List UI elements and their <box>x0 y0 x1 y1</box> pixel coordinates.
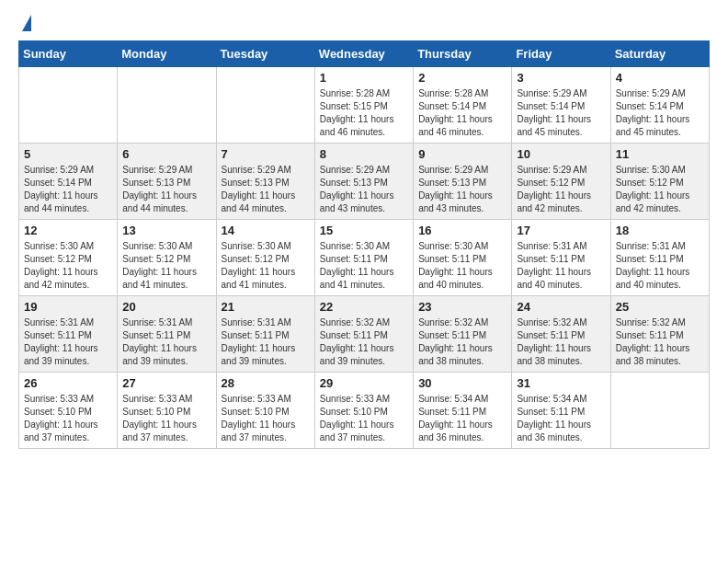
day-number: 29 <box>320 376 408 390</box>
cell-info: Sunrise: 5:32 AM Sunset: 5:11 PM Dayligh… <box>320 316 408 368</box>
calendar-cell: 27Sunrise: 5:33 AM Sunset: 5:10 PM Dayli… <box>118 373 216 449</box>
calendar-cell: 12Sunrise: 5:30 AM Sunset: 5:12 PM Dayli… <box>19 220 118 296</box>
calendar-cell: 11Sunrise: 5:30 AM Sunset: 5:12 PM Dayli… <box>610 144 709 220</box>
day-number: 17 <box>517 224 605 237</box>
cell-info: Sunrise: 5:33 AM Sunset: 5:10 PM Dayligh… <box>320 393 408 444</box>
calendar-week-row: 5Sunrise: 5:29 AM Sunset: 5:14 PM Daylig… <box>19 144 710 220</box>
day-number: 19 <box>24 300 112 314</box>
cell-info: Sunrise: 5:31 AM Sunset: 5:11 PM Dayligh… <box>122 316 210 368</box>
calendar-cell: 1Sunrise: 5:28 AM Sunset: 5:15 PM Daylig… <box>314 67 413 144</box>
calendar-cell: 20Sunrise: 5:31 AM Sunset: 5:11 PM Dayli… <box>118 296 216 373</box>
calendar-cell: 25Sunrise: 5:32 AM Sunset: 5:11 PM Dayli… <box>610 296 709 373</box>
calendar-cell: 26Sunrise: 5:33 AM Sunset: 5:10 PM Dayli… <box>19 373 118 449</box>
calendar-cell <box>118 67 216 144</box>
day-number: 3 <box>517 71 605 85</box>
calendar-cell: 4Sunrise: 5:29 AM Sunset: 5:14 PM Daylig… <box>610 67 709 144</box>
calendar-cell: 30Sunrise: 5:34 AM Sunset: 5:11 PM Dayli… <box>414 373 512 449</box>
day-of-week-header: Saturday <box>610 41 709 67</box>
cell-info: Sunrise: 5:29 AM Sunset: 5:13 PM Dayligh… <box>122 164 210 215</box>
calendar-cell: 19Sunrise: 5:31 AM Sunset: 5:11 PM Dayli… <box>19 296 118 373</box>
cell-info: Sunrise: 5:34 AM Sunset: 5:11 PM Dayligh… <box>517 393 605 444</box>
day-number: 15 <box>320 224 408 237</box>
cell-info: Sunrise: 5:31 AM Sunset: 5:11 PM Dayligh… <box>24 316 112 368</box>
calendar-cell: 24Sunrise: 5:32 AM Sunset: 5:11 PM Dayli… <box>512 296 610 373</box>
cell-info: Sunrise: 5:34 AM Sunset: 5:11 PM Dayligh… <box>418 393 506 444</box>
day-of-week-header: Sunday <box>19 41 118 67</box>
day-number: 22 <box>320 300 408 314</box>
day-number: 18 <box>616 224 704 237</box>
day-of-week-header: Tuesday <box>216 41 314 67</box>
calendar-cell: 21Sunrise: 5:31 AM Sunset: 5:11 PM Dayli… <box>216 296 314 373</box>
day-number: 14 <box>222 224 310 237</box>
calendar-cell: 31Sunrise: 5:34 AM Sunset: 5:11 PM Dayli… <box>512 373 610 449</box>
day-number: 20 <box>122 300 210 314</box>
cell-info: Sunrise: 5:30 AM Sunset: 5:12 PM Dayligh… <box>122 240 210 292</box>
cell-info: Sunrise: 5:33 AM Sunset: 5:10 PM Dayligh… <box>122 393 210 444</box>
calendar-cell: 9Sunrise: 5:29 AM Sunset: 5:13 PM Daylig… <box>414 144 512 220</box>
calendar-header-row: SundayMondayTuesdayWednesdayThursdayFrid… <box>19 41 710 67</box>
day-number: 10 <box>517 147 605 161</box>
logo <box>18 18 31 31</box>
calendar-week-row: 12Sunrise: 5:30 AM Sunset: 5:12 PM Dayli… <box>19 220 710 296</box>
calendar-cell <box>216 67 314 144</box>
day-number: 11 <box>616 147 704 161</box>
day-number: 25 <box>616 300 704 314</box>
calendar-cell: 13Sunrise: 5:30 AM Sunset: 5:12 PM Dayli… <box>118 220 216 296</box>
cell-info: Sunrise: 5:29 AM Sunset: 5:13 PM Dayligh… <box>222 164 310 215</box>
cell-info: Sunrise: 5:29 AM Sunset: 5:13 PM Dayligh… <box>418 164 506 215</box>
calendar-week-row: 26Sunrise: 5:33 AM Sunset: 5:10 PM Dayli… <box>19 373 710 449</box>
day-number: 4 <box>616 71 704 85</box>
calendar-cell: 3Sunrise: 5:29 AM Sunset: 5:14 PM Daylig… <box>512 67 610 144</box>
day-number: 16 <box>418 224 506 237</box>
cell-info: Sunrise: 5:30 AM Sunset: 5:12 PM Dayligh… <box>24 240 112 292</box>
day-number: 6 <box>122 147 210 161</box>
day-number: 5 <box>24 147 112 161</box>
calendar-cell: 10Sunrise: 5:29 AM Sunset: 5:12 PM Dayli… <box>512 144 610 220</box>
day-of-week-header: Wednesday <box>314 41 413 67</box>
page-header <box>18 18 710 31</box>
day-number: 9 <box>418 147 506 161</box>
calendar-cell: 18Sunrise: 5:31 AM Sunset: 5:11 PM Dayli… <box>610 220 709 296</box>
calendar-cell: 28Sunrise: 5:33 AM Sunset: 5:10 PM Dayli… <box>216 373 314 449</box>
cell-info: Sunrise: 5:30 AM Sunset: 5:11 PM Dayligh… <box>418 240 506 292</box>
cell-info: Sunrise: 5:32 AM Sunset: 5:11 PM Dayligh… <box>517 316 605 368</box>
calendar-week-row: 1Sunrise: 5:28 AM Sunset: 5:15 PM Daylig… <box>19 67 710 144</box>
day-number: 24 <box>517 300 605 314</box>
calendar-cell: 16Sunrise: 5:30 AM Sunset: 5:11 PM Dayli… <box>414 220 512 296</box>
calendar-table: SundayMondayTuesdayWednesdayThursdayFrid… <box>18 40 710 449</box>
cell-info: Sunrise: 5:33 AM Sunset: 5:10 PM Dayligh… <box>222 393 310 444</box>
calendar-cell: 8Sunrise: 5:29 AM Sunset: 5:13 PM Daylig… <box>314 144 413 220</box>
cell-info: Sunrise: 5:29 AM Sunset: 5:12 PM Dayligh… <box>517 164 605 215</box>
day-of-week-header: Friday <box>512 41 610 67</box>
cell-info: Sunrise: 5:29 AM Sunset: 5:13 PM Dayligh… <box>320 164 408 215</box>
calendar-cell: 7Sunrise: 5:29 AM Sunset: 5:13 PM Daylig… <box>216 144 314 220</box>
calendar-cell: 5Sunrise: 5:29 AM Sunset: 5:14 PM Daylig… <box>19 144 118 220</box>
day-of-week-header: Thursday <box>414 41 512 67</box>
day-number: 21 <box>222 300 310 314</box>
calendar-cell: 15Sunrise: 5:30 AM Sunset: 5:11 PM Dayli… <box>314 220 413 296</box>
day-number: 7 <box>222 147 310 161</box>
calendar-cell: 22Sunrise: 5:32 AM Sunset: 5:11 PM Dayli… <box>314 296 413 373</box>
day-number: 8 <box>320 147 408 161</box>
calendar-cell: 23Sunrise: 5:32 AM Sunset: 5:11 PM Dayli… <box>414 296 512 373</box>
calendar-cell: 14Sunrise: 5:30 AM Sunset: 5:12 PM Dayli… <box>216 220 314 296</box>
calendar-cell <box>610 373 709 449</box>
cell-info: Sunrise: 5:29 AM Sunset: 5:14 PM Dayligh… <box>24 164 112 215</box>
cell-info: Sunrise: 5:30 AM Sunset: 5:12 PM Dayligh… <box>616 164 704 215</box>
day-number: 31 <box>517 376 605 390</box>
cell-info: Sunrise: 5:28 AM Sunset: 5:14 PM Dayligh… <box>418 87 506 139</box>
calendar-cell: 17Sunrise: 5:31 AM Sunset: 5:11 PM Dayli… <box>512 220 610 296</box>
day-number: 27 <box>122 376 210 390</box>
day-number: 26 <box>24 376 112 390</box>
calendar-cell: 29Sunrise: 5:33 AM Sunset: 5:10 PM Dayli… <box>314 373 413 449</box>
calendar-cell: 6Sunrise: 5:29 AM Sunset: 5:13 PM Daylig… <box>118 144 216 220</box>
cell-info: Sunrise: 5:32 AM Sunset: 5:11 PM Dayligh… <box>616 316 704 368</box>
day-of-week-header: Monday <box>118 41 216 67</box>
cell-info: Sunrise: 5:28 AM Sunset: 5:15 PM Dayligh… <box>320 87 408 139</box>
day-number: 23 <box>418 300 506 314</box>
cell-info: Sunrise: 5:29 AM Sunset: 5:14 PM Dayligh… <box>517 87 605 139</box>
calendar-cell: 2Sunrise: 5:28 AM Sunset: 5:14 PM Daylig… <box>414 67 512 144</box>
cell-info: Sunrise: 5:29 AM Sunset: 5:14 PM Dayligh… <box>616 87 704 139</box>
cell-info: Sunrise: 5:33 AM Sunset: 5:10 PM Dayligh… <box>24 393 112 444</box>
cell-info: Sunrise: 5:31 AM Sunset: 5:11 PM Dayligh… <box>616 240 704 292</box>
